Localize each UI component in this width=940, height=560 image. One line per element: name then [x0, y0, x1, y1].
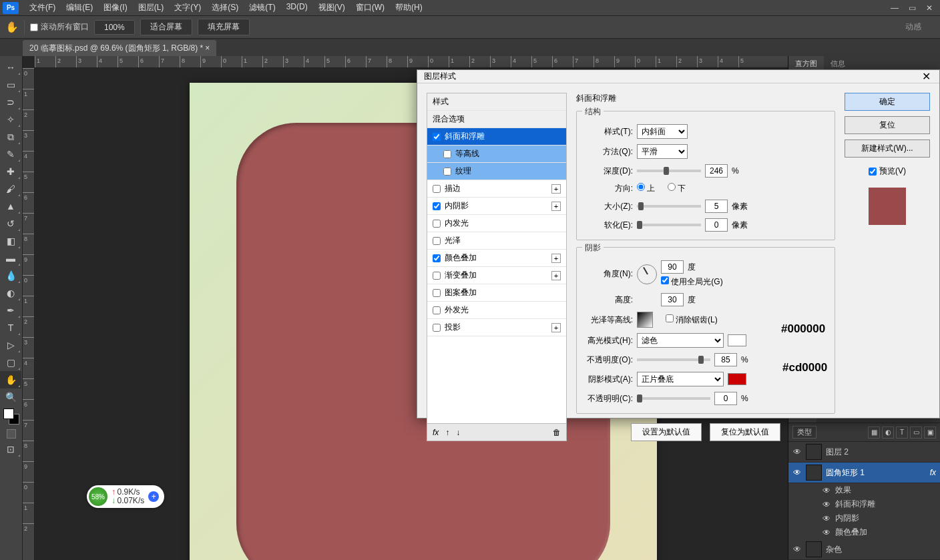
- add-effect-icon[interactable]: +: [551, 202, 561, 211]
- add-effect-icon[interactable]: +: [551, 271, 561, 280]
- quick-mask-toggle[interactable]: [7, 429, 16, 439]
- size-input[interactable]: [705, 200, 728, 213]
- zoom-tool[interactable]: 🔍: [0, 388, 21, 406]
- style-图案叠加[interactable]: 图案叠加: [427, 284, 566, 302]
- add-effect-icon[interactable]: +: [551, 184, 561, 194]
- cancel-button[interactable]: 复位: [845, 116, 930, 134]
- style-斜面和浮雕[interactable]: 斜面和浮雕: [427, 128, 566, 146]
- shadow-opacity-slider[interactable]: [637, 397, 710, 400]
- style-内阴影[interactable]: 内阴影+: [427, 198, 566, 215]
- menu-图像(I)[interactable]: 图像(I): [98, 0, 132, 15]
- healing-brush-tool[interactable]: ✚: [0, 163, 21, 180]
- eyedropper-tool[interactable]: ✎: [0, 146, 21, 163]
- layer-row[interactable]: 👁圆角矩形 1fx: [788, 463, 940, 483]
- eraser-tool[interactable]: ◧: [0, 232, 21, 250]
- crop-tool[interactable]: ⧉: [0, 128, 21, 146]
- depth-input[interactable]: [705, 164, 728, 178]
- scroll-all-windows-checkbox[interactable]: 滚动所有窗口: [30, 21, 89, 33]
- magic-wand-tool[interactable]: ✧: [0, 111, 21, 128]
- trash-icon[interactable]: 🗑: [553, 428, 561, 437]
- dialog-close-button[interactable]: ✕: [919, 70, 933, 83]
- direction-up-radio[interactable]: 上: [637, 183, 655, 194]
- style-内发光[interactable]: 内发光: [427, 215, 566, 232]
- menu-文字(Y)[interactable]: 文字(Y): [169, 0, 206, 15]
- bevel-style-select[interactable]: 内斜面: [637, 124, 688, 139]
- effect-row[interactable]: 👁效果: [788, 483, 940, 497]
- network-monitor-widget[interactable]: 58% ↑ 0.9K/s ↓ 0.07K/s +: [87, 485, 164, 508]
- hand-tool[interactable]: ✋: [0, 371, 21, 388]
- restore-button[interactable]: ▭: [904, 2, 920, 14]
- preview-checkbox[interactable]: 预览(V): [845, 166, 930, 177]
- style-描边[interactable]: 描边+: [427, 180, 566, 198]
- menu-3D(D)[interactable]: 3D(D): [281, 0, 313, 15]
- menu-滤镜(T)[interactable]: 滤镜(T): [244, 0, 280, 15]
- color-swatches[interactable]: [3, 408, 19, 425]
- menu-图层(L)[interactable]: 图层(L): [133, 0, 170, 15]
- style-投影[interactable]: 投影+: [427, 319, 566, 336]
- zoom-100-button[interactable]: 100%: [94, 20, 135, 35]
- highlight-opacity-slider[interactable]: [637, 358, 710, 361]
- menu-编辑(E)[interactable]: 编辑(E): [61, 0, 98, 15]
- lasso-tool[interactable]: ⊃: [0, 93, 21, 111]
- style-颜色叠加[interactable]: 颜色叠加+: [427, 250, 566, 267]
- workspace-selector[interactable]: 动感: [905, 21, 935, 33]
- pen-tool[interactable]: ✒: [0, 302, 21, 319]
- altitude-input[interactable]: [661, 293, 684, 306]
- soften-slider[interactable]: [637, 224, 701, 226]
- visibility-icon[interactable]: 👁: [792, 468, 802, 477]
- layer-row[interactable]: 👁杂色: [788, 539, 940, 560]
- new-style-button[interactable]: 新建样式(W)...: [845, 139, 930, 158]
- depth-slider[interactable]: [637, 170, 701, 172]
- move-up-icon[interactable]: ↑: [445, 428, 449, 437]
- add-widget-icon[interactable]: +: [148, 491, 159, 502]
- style-渐变叠加[interactable]: 渐变叠加+: [427, 267, 566, 284]
- move-tool[interactable]: ↔: [0, 59, 21, 76]
- shadow-opacity-input[interactable]: [714, 392, 737, 405]
- add-effect-icon[interactable]: +: [551, 323, 561, 332]
- screen-mode-toggle[interactable]: ⊡: [0, 441, 21, 458]
- dodge-tool[interactable]: ◐: [0, 284, 21, 302]
- make-default-button[interactable]: 设置为默认值: [631, 423, 702, 441]
- brush-tool[interactable]: 🖌: [0, 180, 21, 198]
- shape-tool[interactable]: ▢: [0, 354, 21, 371]
- effect-row[interactable]: 👁颜色叠加: [788, 525, 940, 539]
- style-纹理[interactable]: 纹理: [427, 163, 566, 180]
- size-slider[interactable]: [637, 205, 701, 208]
- reset-default-button[interactable]: 复位为默认值: [710, 423, 780, 441]
- direction-down-radio[interactable]: 下: [668, 183, 686, 194]
- fx-icon[interactable]: fx: [433, 428, 439, 437]
- antialias-checkbox[interactable]: 消除锯齿(L): [666, 314, 718, 326]
- style-外发光[interactable]: 外发光: [427, 302, 566, 319]
- effect-row[interactable]: 👁内阴影: [788, 511, 940, 525]
- path-selection-tool[interactable]: ▷: [0, 336, 21, 354]
- close-tab-icon[interactable]: ×: [205, 43, 210, 53]
- minimize-button[interactable]: —: [887, 2, 903, 14]
- style-等高线[interactable]: 等高线: [427, 146, 566, 163]
- shadow-mode-select[interactable]: 正片叠底: [637, 372, 724, 386]
- ok-button[interactable]: 确定: [845, 93, 930, 111]
- document-tab[interactable]: 20 临摹图标.psd @ 69.6% (圆角矩形 1, RGB/8) * ×: [23, 40, 216, 56]
- menu-文件(F)[interactable]: 文件(F): [24, 0, 61, 15]
- fill-screen-button[interactable]: 填充屏幕: [198, 19, 250, 35]
- gradient-tool[interactable]: ▬: [0, 250, 21, 267]
- menu-选择(S)[interactable]: 选择(S): [206, 0, 244, 15]
- highlight-opacity-input[interactable]: [714, 353, 737, 366]
- highlight-color-chip[interactable]: [728, 334, 746, 346]
- menu-帮助(H)[interactable]: 帮助(H): [390, 0, 428, 15]
- add-effect-icon[interactable]: +: [551, 254, 561, 263]
- visibility-icon[interactable]: 👁: [792, 545, 802, 554]
- technique-select[interactable]: 平滑: [637, 144, 688, 159]
- menu-窗口(W)[interactable]: 窗口(W): [350, 0, 390, 15]
- dialog-titlebar[interactable]: 图层样式 ✕: [417, 70, 939, 83]
- highlight-mode-select[interactable]: 滤色: [637, 333, 724, 348]
- move-down-icon[interactable]: ↓: [456, 428, 460, 437]
- use-global-light-checkbox[interactable]: 使用全局光(G): [661, 276, 723, 288]
- gloss-contour-picker[interactable]: [637, 312, 653, 328]
- angle-input[interactable]: [661, 260, 684, 274]
- shadow-color-chip[interactable]: [728, 373, 746, 385]
- close-button[interactable]: ✕: [921, 2, 937, 14]
- type-tool[interactable]: T: [0, 319, 21, 336]
- history-brush-tool[interactable]: ↺: [0, 215, 21, 232]
- style-光泽[interactable]: 光泽: [427, 232, 566, 250]
- clone-stamp-tool[interactable]: ▲: [0, 198, 21, 215]
